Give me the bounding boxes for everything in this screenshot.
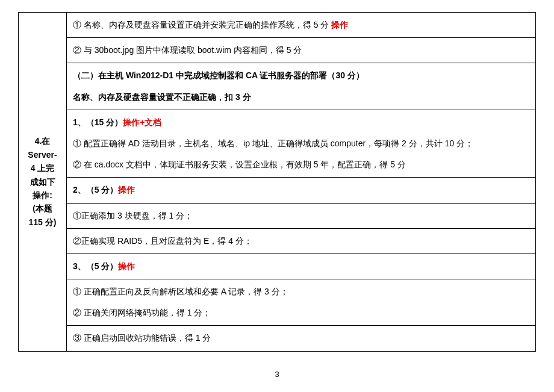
header-l2: Server- — [28, 150, 57, 160]
row-1: ① 名称、内存及硬盘容量设置正确并安装完正确的操作系统，得 5 分 操作 — [67, 13, 536, 38]
header-l5: 操作: — [33, 190, 52, 200]
row-11: 3、（5 分）操作 — [67, 254, 536, 279]
row-5: 1、（15 分）操作+文档 — [73, 115, 529, 130]
header-l7: 115 分) — [29, 217, 57, 227]
spacer — [73, 151, 529, 157]
row-5-group: 1、（15 分）操作+文档 ① 配置正确得 AD 活动目录，主机名、域名、ip … — [67, 110, 536, 178]
row-14: ③ 正确启动回收站功能错误，得 1 分 — [67, 326, 536, 351]
row-3-bold: （二）在主机 Win2012-D1 中完成域控制器和 CA 证书服务器的部署（3… — [73, 68, 529, 83]
spacer — [73, 130, 529, 136]
header-l4: 成如下 — [30, 177, 55, 187]
row-6: ① 配置正确得 AD 活动目录，主机名、域名、ip 地址、正确得域成员 comp… — [73, 136, 529, 151]
section-header-cell: 4.在 Server- 4 上完 成如下 操作: (本题 115 分) — [19, 13, 67, 352]
row-2: ② 与 30boot.jpg 图片中体现读取 boot.wim 内容相同，得 5… — [67, 38, 536, 63]
spacer — [73, 84, 529, 90]
row-5-red: 操作+文档 — [123, 117, 161, 127]
row-8-red: 操作 — [118, 185, 135, 194]
row-8: 2、（5 分）操作 — [67, 178, 536, 203]
row-13: ② 正确关闭网络掩码功能，得 1 分； — [73, 305, 529, 320]
row-9: ①正确添加 3 块硬盘，得 1 分； — [67, 203, 536, 228]
header-l3: 4 上完 — [31, 163, 55, 173]
row-12-13: ① 正确配置正向及反向解析区域和必要 A 记录，得 3 分； ② 正确关闭网络掩… — [67, 279, 536, 326]
row-3: （二）在主机 Win2012-D1 中完成域控制器和 CA 证书服务器的部署（3… — [67, 63, 536, 110]
row-5-prefix: 1、（15 分） — [73, 117, 123, 127]
scoring-table: 4.在 Server- 4 上完 成如下 操作: (本题 115 分) ① 名称… — [18, 12, 536, 352]
row-1-red: 操作 — [331, 20, 348, 30]
row-1-prefix: ① 名称、内存及硬盘容量设置正确并安装完正确的操作系统，得 5 分 — [73, 20, 331, 30]
row-7: ② 在 ca.docx 文档中，体现证书服务安装，设置企业根，有效期 5 年，配… — [73, 157, 529, 172]
row-10: ②正确实现 RAID5，且对应盘符为 E，得 4 分； — [67, 228, 536, 254]
row-11-prefix: 3、（5 分） — [73, 261, 118, 271]
spacer — [73, 299, 529, 305]
row-11-red: 操作 — [118, 261, 135, 271]
row-8-prefix: 2、（5 分） — [73, 185, 118, 194]
row-4-bold: 名称、内存及硬盘容量设置不正确正确，扣 3 分 — [73, 90, 529, 105]
header-l6: (本题 — [33, 204, 52, 213]
header-l1: 4.在 — [35, 136, 51, 146]
page-number: 3 — [18, 370, 536, 379]
row-12: ① 正确配置正向及反向解析区域和必要 A 记录，得 3 分； — [73, 284, 529, 299]
